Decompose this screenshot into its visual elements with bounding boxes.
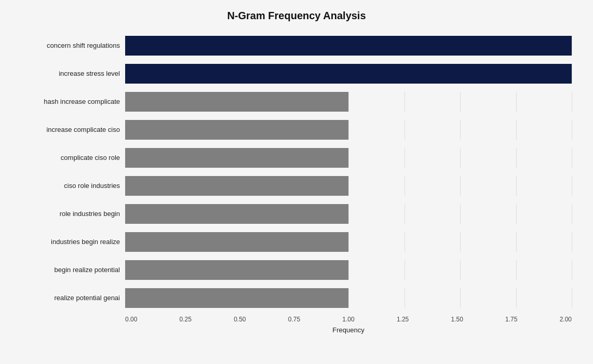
bar-label: concern shift regulations: [21, 42, 125, 49]
x-tick: 2.00: [560, 316, 572, 323]
bar-track-wrapper: [125, 232, 572, 252]
grid-line: [572, 204, 572, 224]
grid-line: [516, 148, 517, 168]
grid-line: [348, 120, 349, 140]
bar-track-wrapper: [125, 64, 572, 84]
bar-label: role industries begin: [21, 210, 125, 218]
grid-line: [516, 120, 517, 140]
bar-row: industries begin realize: [21, 228, 572, 255]
bar-label: complicate ciso role: [21, 154, 125, 161]
bar-track-wrapper: [125, 288, 572, 308]
grid-line: [405, 148, 405, 168]
chart-title: N-Gram Frequency Analysis: [21, 10, 572, 22]
bar-row: concern shift regulations: [21, 32, 572, 59]
chart-area: concern shift regulationsincrease stress…: [21, 32, 572, 313]
bar-row: ciso role industries: [21, 172, 572, 199]
grid-line: [405, 176, 405, 196]
grid-line: [405, 204, 405, 224]
bar-fill: [125, 288, 348, 308]
bar-row: increase complicate ciso: [21, 116, 572, 143]
grid-line: [516, 204, 517, 224]
bar-row: hash increase complicate: [21, 88, 572, 115]
x-tick: 1.00: [342, 316, 354, 323]
grid-line: [348, 288, 349, 308]
bar-row: role industries begin: [21, 200, 572, 227]
x-tick: 0.75: [288, 316, 300, 323]
bar-fill: [125, 148, 348, 168]
bar-row: increase stress level: [21, 60, 572, 87]
bar-track-wrapper: [125, 36, 572, 56]
grid-line: [405, 92, 405, 112]
grid-line: [348, 92, 349, 112]
bar-row: begin realize potential: [21, 257, 572, 284]
x-tick: 1.75: [505, 316, 517, 323]
bar-track-wrapper: [125, 204, 572, 224]
grid-line: [460, 120, 461, 140]
grid-line: [460, 92, 461, 112]
bar-label: ciso role industries: [21, 182, 125, 190]
x-axis-label: Frequency: [125, 326, 572, 334]
grid-line: [516, 92, 517, 112]
grid-line: [348, 232, 349, 252]
bar-fill: [125, 64, 572, 84]
grid-line: [348, 148, 349, 168]
bar-fill: [125, 36, 572, 56]
grid-line: [348, 176, 349, 196]
grid-line: [572, 148, 572, 168]
bar-track-wrapper: [125, 148, 572, 168]
bar-row: complicate ciso role: [21, 144, 572, 171]
grid-line: [516, 260, 517, 280]
bar-label: hash increase complicate: [21, 98, 125, 105]
grid-line: [405, 232, 405, 252]
grid-line: [405, 260, 405, 280]
grid-line: [405, 120, 405, 140]
grid-line: [572, 232, 572, 252]
bar-fill: [125, 92, 348, 112]
grid-line: [572, 64, 572, 84]
bar-fill: [125, 260, 348, 280]
bar-label: industries begin realize: [21, 238, 125, 246]
x-tick: 0.00: [125, 316, 137, 323]
grid-line: [516, 288, 517, 308]
bar-fill: [125, 232, 348, 252]
x-axis-container: 0.000.250.500.751.001.251.501.752.00 Fre…: [125, 316, 572, 334]
bar-label: realize potential genai: [21, 294, 125, 302]
bar-label: increase stress level: [21, 70, 125, 77]
grid-line: [516, 176, 517, 196]
grid-line: [572, 120, 572, 140]
bar-track-wrapper: [125, 176, 572, 196]
grid-line: [516, 232, 517, 252]
grid-line: [572, 176, 572, 196]
bar-row: realize potential genai: [21, 285, 572, 312]
bar-track-wrapper: [125, 120, 572, 140]
grid-line: [348, 204, 349, 224]
grid-line: [460, 288, 461, 308]
x-tick: 1.25: [397, 316, 409, 323]
bar-label: begin realize potential: [21, 266, 125, 274]
x-axis-ticks: 0.000.250.500.751.001.251.501.752.00: [125, 316, 572, 323]
grid-line: [460, 204, 461, 224]
grid-line: [348, 260, 349, 280]
grid-line: [572, 288, 572, 308]
bar-track-wrapper: [125, 260, 572, 280]
grid-line: [405, 288, 405, 308]
grid-line: [460, 260, 461, 280]
chart-container: N-Gram Frequency Analysis concern shift …: [11, 0, 582, 364]
grid-line: [572, 260, 572, 280]
x-tick: 1.50: [451, 316, 463, 323]
bar-label: increase complicate ciso: [21, 126, 125, 133]
grid-line: [572, 92, 572, 112]
bar-fill: [125, 120, 348, 140]
x-tick: 0.25: [180, 316, 192, 323]
grid-line: [572, 36, 572, 56]
bar-track-wrapper: [125, 92, 572, 112]
grid-line: [460, 148, 461, 168]
bar-fill: [125, 204, 348, 224]
grid-line: [460, 176, 461, 196]
grid-line: [460, 232, 461, 252]
x-tick: 0.50: [234, 316, 246, 323]
bar-fill: [125, 176, 348, 196]
